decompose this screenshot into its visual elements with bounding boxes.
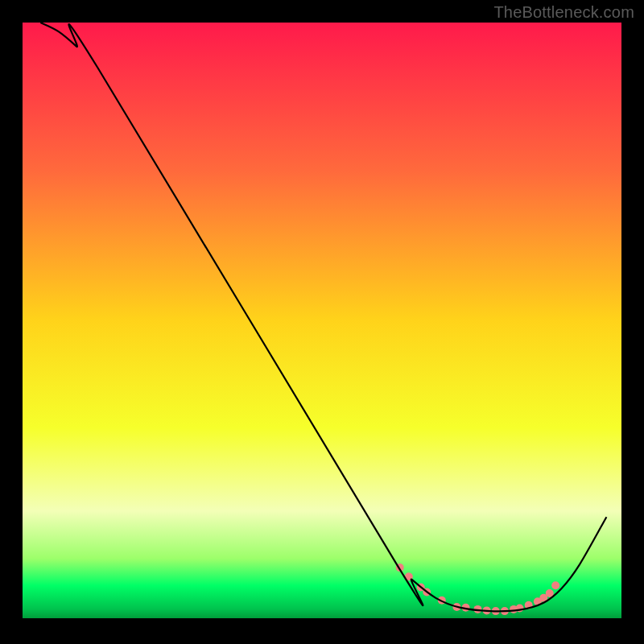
highlight-dot	[551, 581, 559, 589]
bottleneck-chart	[0, 0, 644, 644]
watermark-text: TheBottleneck.com	[493, 3, 634, 22]
plot-background	[23, 23, 621, 618]
chart-stage: TheBottleneck.com	[0, 0, 644, 644]
